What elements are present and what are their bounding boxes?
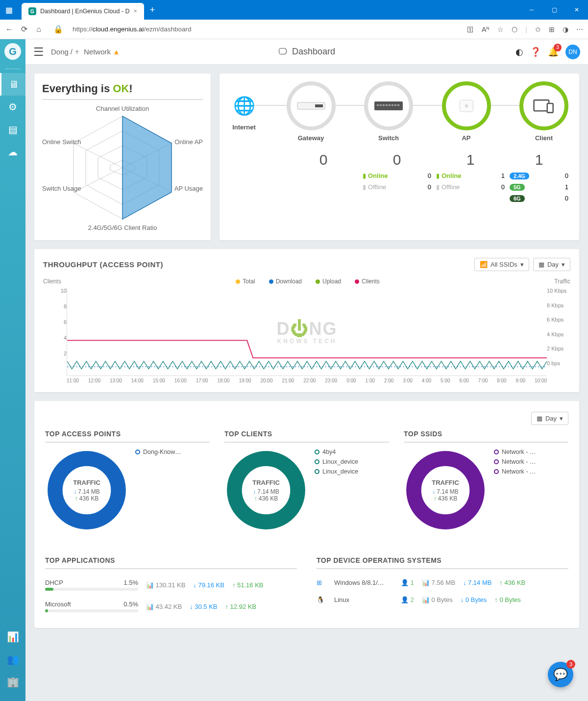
read-aloud-icon[interactable]: Aᴺ	[482, 25, 490, 33]
svg-point-20	[465, 104, 468, 108]
site-info-icon[interactable]: 🔒	[54, 25, 63, 34]
node-internet[interactable]: 🌐 Internet	[230, 92, 258, 131]
window-controls: ─ ▢ ✕	[520, 0, 588, 20]
new-tab-button[interactable]: +	[144, 5, 161, 15]
download-icon: ↓ 79.16 KB	[193, 581, 224, 589]
legend-item[interactable]: Network - …	[494, 468, 536, 475]
help-icon[interactable]: ❓	[530, 47, 541, 57]
total-icon: 📊 7.56 MB	[422, 579, 455, 586]
sidebar-users[interactable]: 👥	[0, 648, 25, 671]
legend-item[interactable]: 4by4	[315, 449, 358, 455]
throughput-card: THROUGHPUT (ACCESS POINT) 📶All SSIDs▾ ▦D…	[34, 249, 579, 392]
download-icon: ↓ 30.5 KB	[190, 603, 217, 610]
refresh-button[interactable]: ⟳	[20, 25, 28, 34]
radar-label: Online Switch	[42, 138, 81, 146]
donut-legend: Dong-Know…	[135, 449, 181, 532]
top-os: TOP DEVICE OPERATING SYSTEMS ⊞ Windows 8…	[317, 556, 568, 617]
donut-legend: Network - …Network - …Network - …	[494, 449, 536, 532]
throughput-chart: 108642 D⏻NGKNOWS TECH 10 Kbps8 Kbps6 Kbp…	[43, 288, 570, 376]
radar-label: 2.4G/5G/6G Client Ratio	[88, 224, 157, 231]
url-field[interactable]: https://cloud.engenius.ai/ezm/dashboard	[69, 25, 461, 33]
tops-period-dropdown[interactable]: ▦Day▾	[531, 412, 568, 425]
back-button[interactable]: ←	[5, 25, 14, 34]
total-icon: 📊 0 Bytes	[422, 596, 453, 603]
close-window-button[interactable]: ✕	[565, 0, 588, 20]
maximize-button[interactable]: ▢	[543, 0, 565, 20]
home-button[interactable]: ⌂	[34, 25, 43, 34]
tops-title: TOP CLIENTS	[224, 430, 389, 443]
upload-icon: ↑ 436 KB	[499, 579, 525, 586]
axis-left-label: Clients	[43, 278, 61, 288]
sidebar-org[interactable]: 🏢	[0, 671, 25, 693]
tops-column: TOP SSIDS TRAFFIC ↓ 7.14 MB ↑ 436 KB Net…	[404, 430, 568, 532]
tops-card: ▦Day▾ TOP ACCESS POINTS TRAFFIC ↓ 7.14 M…	[34, 401, 579, 628]
upload-icon: ↑ 0 Bytes	[494, 596, 520, 603]
os-icon: 🐧	[317, 596, 326, 603]
topbar: ☰ Dong / ᯤ Network ▲ 🖵 Dashboard ◐ ❓ 🔔3 …	[25, 39, 588, 65]
chat-fab[interactable]: 💬3	[548, 662, 573, 687]
sidebar: G 🖥 ⚙ ▤ ☁ 📊 👥 🏢	[0, 39, 25, 701]
radar-chart: Channel Utilization Online AP AP Usage 2…	[42, 104, 203, 231]
node-gateway[interactable]: Gateway	[287, 81, 336, 142]
browser-tab[interactable]: G Dashboard | EnGenius Cloud - D ×	[22, 3, 144, 20]
legend-item[interactable]: Network - …	[494, 458, 536, 465]
tops-column: TOP CLIENTS TRAFFIC ↓ 7.14 MB ↑ 436 KB 4…	[224, 430, 389, 532]
avatar[interactable]: DN	[565, 45, 580, 59]
svg-rect-13	[383, 104, 385, 106]
app-row: DHCP1.5% 📊 130.31 KB ↓ 79.16 KB ↑ 51.16 …	[45, 574, 297, 596]
legend-item[interactable]: Network - …	[494, 449, 536, 455]
sidebar-settings[interactable]: ⚙	[0, 96, 25, 118]
legend-item: Clients	[355, 278, 380, 285]
total-icon: 📊 130.31 KB	[146, 581, 185, 589]
period-dropdown[interactable]: ▦Day▾	[533, 258, 570, 271]
more-icon[interactable]: ⋯	[576, 25, 583, 33]
axis-right-label: Traffic	[554, 278, 570, 288]
tops-title: TOP SSIDS	[404, 430, 568, 443]
menu-button[interactable]: ☰	[33, 45, 44, 59]
chart-plot: D⏻NGKNOWS TECH	[67, 288, 547, 376]
top-applications: TOP APPLICATIONS DHCP1.5% 📊 130.31 KB ↓ …	[45, 556, 297, 617]
extension-icon[interactable]: ⬡	[512, 25, 517, 33]
key-icon[interactable]: ⚿	[467, 25, 474, 33]
tab-actions-icon[interactable]: ▦	[0, 5, 18, 15]
theme-toggle-icon[interactable]: ◐	[515, 47, 523, 57]
window-titlebar: ▦ G Dashboard | EnGenius Cloud - D × + ─…	[0, 0, 588, 20]
brand-logo[interactable]: G	[4, 43, 21, 60]
legend-item[interactable]: Linux_device	[315, 458, 358, 465]
notifications-button[interactable]: 🔔3	[548, 47, 559, 57]
legend-item[interactable]: Linux_device	[315, 468, 358, 475]
tab-group: G Dashboard | EnGenius Cloud - D × +	[22, 0, 161, 20]
donut-chart: TRAFFIC ↓ 7.14 MB ↑ 436 KB	[224, 449, 308, 532]
favorites-bar-icon[interactable]: ✩	[535, 25, 541, 33]
main: ☰ Dong / ᯤ Network ▲ 🖵 Dashboard ◐ ❓ 🔔3 …	[25, 39, 588, 701]
profile-icon[interactable]: ◑	[563, 25, 568, 33]
dashboard-icon: 🖵	[278, 47, 287, 57]
node-ap[interactable]: AP	[442, 81, 491, 142]
tops-title: TOP ACCESS POINTS	[45, 430, 210, 443]
radar-label: AP Usage	[174, 185, 203, 192]
minimize-button[interactable]: ─	[520, 0, 543, 20]
sidebar-stats[interactable]: 📊	[0, 626, 25, 648]
url-host: cloud.engenius.ai	[93, 25, 144, 33]
close-tab-icon[interactable]: ×	[134, 8, 137, 15]
radar-label: Channel Utilization	[96, 105, 149, 112]
sidebar-reports[interactable]: ▤	[0, 118, 25, 141]
svg-rect-22	[547, 103, 553, 113]
legend-item[interactable]: Dong-Know…	[135, 449, 181, 455]
node-switch[interactable]: Switch	[364, 81, 413, 142]
radar-label: Switch Usage	[42, 185, 81, 192]
svg-rect-18	[397, 104, 399, 106]
total-icon: 📊 43.42 KB	[146, 603, 182, 610]
node-client[interactable]: Client	[519, 81, 568, 142]
legend-item: Total	[236, 278, 255, 285]
svg-rect-12	[380, 104, 382, 106]
tab-title: Dashboard | EnGenius Cloud - D	[40, 8, 130, 15]
favorite-icon[interactable]: ☆	[497, 25, 504, 33]
collections-icon[interactable]: ⊞	[549, 25, 555, 33]
ssid-dropdown[interactable]: 📶All SSIDs▾	[474, 258, 529, 271]
sidebar-dashboard[interactable]: 🖥	[0, 73, 25, 96]
fab-badge: 3	[566, 660, 575, 669]
sidebar-cloud[interactable]: ☁	[0, 141, 25, 163]
breadcrumb[interactable]: Dong / ᯤ Network ▲	[51, 48, 120, 56]
network-icon: ᯤ	[74, 48, 82, 56]
